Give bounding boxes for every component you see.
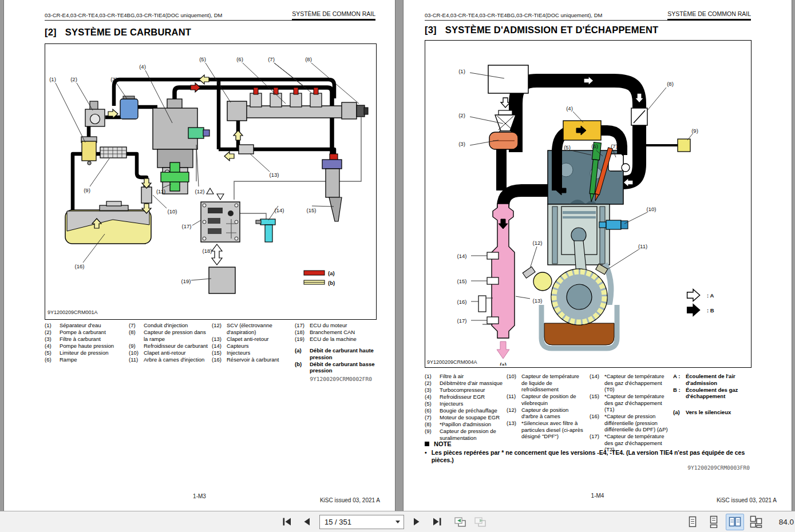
fuel-feed-pump [85,101,105,126]
intake-exhaust-diagram: : A : B (1) (2) (3) (4) [425,40,752,368]
next-page-icon [413,517,421,526]
svg-text:: B: : B [707,307,714,313]
svg-text:(12): (12) [195,188,205,194]
single-page-icon [686,515,699,528]
outlet-label: (a) [500,362,507,366]
air-inlet-arrow [501,98,510,108]
svg-text:(9): (9) [691,128,698,134]
note-square-icon [425,442,429,446]
legend-col-4: (17)ECU du moteur (18)Branchement CAN (1… [295,322,381,374]
svg-text:(16): (16) [75,263,85,269]
fuel-system-svg: (1) (2) (3) (4) (5) (6) (7) (8) (9) (10)… [45,44,374,317]
first-page-button[interactable] [279,514,294,529]
zoom-level[interactable]: 84.0 [779,511,794,532]
chevron-down-icon [395,521,400,523]
section-number: [3] [425,25,437,35]
svg-text:(17): (17) [182,223,192,229]
rail-pressure-sensor [342,102,357,119]
crank-position-sensor [523,267,552,291]
next-view-button[interactable] [473,514,488,529]
legend-col-2: (7)Conduit d'injection (8)Capteur de pre… [129,322,212,374]
next-page-button[interactable] [409,514,424,529]
header-model-codes: 03-CR-E4,03-CR-TE4,03-CR-TE4BG,03-CR-TIE… [425,12,602,18]
check-valve-13 [239,145,254,154]
next-view-icon [474,517,487,527]
previous-view-button[interactable] [453,514,468,529]
svg-text:(7): (7) [268,56,275,62]
pressure-limiter [227,101,247,121]
fuel-tank [65,201,151,244]
machine-ecu [209,267,235,293]
svg-text:(b): (b) [328,280,335,286]
legend-col-1: (1)Séparateur d'eau (2)Pompe à carburant… [45,322,129,374]
flywheel [551,269,607,325]
svg-text:(4): (4) [566,105,573,112]
hp-flow-swatch [304,271,325,275]
doc-code: 9Y1200209CRM0003FR0 [687,464,750,471]
svg-text:(3): (3) [110,76,117,82]
header-section-name: SYSTÈME DE COMMON RAIL [667,10,751,21]
svg-text:(15): (15) [457,278,467,284]
svg-text:(7): (7) [611,143,618,149]
previous-page-button[interactable] [299,514,314,529]
previous-page-icon [303,517,311,526]
svg-text:(18): (18) [203,248,212,254]
fuel-filter [120,96,138,119]
svg-text:(17): (17) [457,317,467,324]
engine-ecu [201,202,240,242]
page-number-dropdown[interactable]: 15 / 351 [319,515,404,529]
continuous-page-icon [707,515,720,528]
scv-valve [188,128,209,138]
svg-text:(8): (8) [667,81,674,87]
dpf-dp-sensor [478,296,486,312]
svg-text:(10): (10) [168,208,177,215]
svg-text:(14): (14) [275,207,284,213]
page-header: 03-CR-E4,03-CR-TE4,03-CR-TE4BG,03-CR-TIE… [425,10,751,21]
sensors-cyan [256,219,275,242]
first-page-icon [282,517,292,526]
svg-text:(2): (2) [70,76,77,82]
svg-text:(5): (5) [199,56,206,62]
svg-text:(12): (12) [533,240,543,246]
facing-continuous-icon [749,515,763,528]
svg-text:(5): (5) [564,144,571,150]
svg-text:(4): (4) [139,63,146,70]
facing-continuous-view-button[interactable] [747,514,765,530]
pdf-viewer-window: 03-CR-E4,03-CR-TE4,03-CR-TE4BG,03-CR-TIE… [0,0,795,532]
figure-code: 9Y1200209CRM001A [48,309,98,315]
exhaust-flow-arrow-sample [687,304,700,316]
svg-text:(1): (1) [458,68,465,74]
last-page-button[interactable] [429,514,444,529]
facing-pages-view-button[interactable] [726,514,744,530]
boost-pressure-sensor [678,139,690,152]
svg-text:(11): (11) [638,243,647,249]
previous-view-icon [454,517,466,527]
header-section-name: SYSTÈME DE COMMON RAIL [292,10,375,21]
page-layout-controls [683,511,765,532]
facing-pages-icon [728,515,742,528]
flow-direction-legend: : A : B [687,289,714,316]
can-link-arrow [212,244,222,265]
parts-legend: (1)Séparateur d'eau (2)Pompe à carburant… [45,322,383,374]
common-rail [227,88,368,121]
last-page-icon [432,517,442,526]
muffler-outlet-arrow [497,342,509,359]
continuous-view-button[interactable] [705,514,723,530]
note-block: NOTE • Les pièces repérées par * ne conc… [425,440,754,464]
svg-text:(a): (a) [328,270,335,276]
page-title: [3] SYSTÈME D'ADMISSION ET D'ÉCHAPPEMENT [425,25,658,35]
svg-text:(11): (11) [156,188,165,194]
svg-text:(1): (1) [49,76,56,82]
svg-text:(9): (9) [84,187,90,193]
single-page-view-button[interactable] [683,514,702,530]
figure-code: 9Y1200209CRM004A [427,359,477,365]
water-separator [81,137,97,165]
svg-text:(6): (6) [236,56,243,62]
section-title-text: SYSTÈME D'ADMISSION ET D'ÉCHAPPEMENT [445,25,659,35]
fuel-system-diagram: (1) (2) (3) (4) (5) (6) (7) (8) (9) (10)… [45,43,377,320]
egr-valve-motor [608,154,630,172]
turbocharger [489,132,518,149]
section-number: [2] [45,27,57,38]
svg-text:(2): (2) [458,112,465,118]
svg-text:(8): (8) [305,56,312,62]
